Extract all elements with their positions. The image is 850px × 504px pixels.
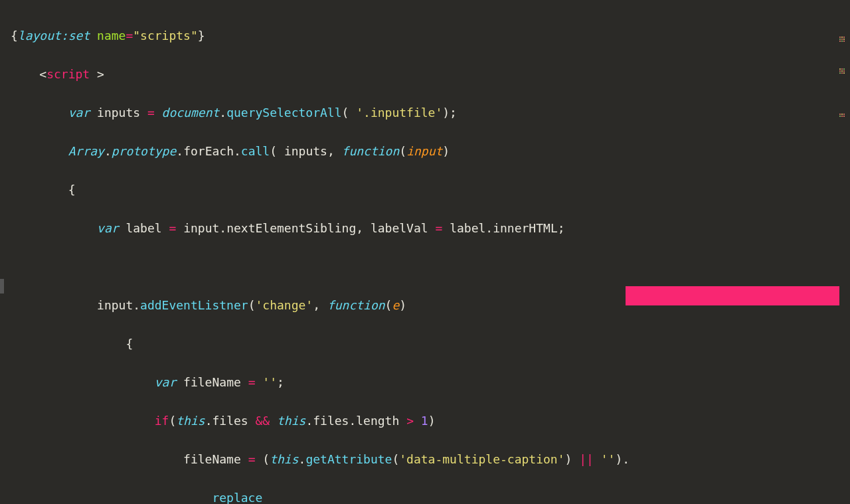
code-line[interactable]: Array.prototype.forEach.call( inputs, fu…: [11, 141, 850, 161]
code-line[interactable]: {: [11, 334, 850, 353]
code-line[interactable]: [11, 257, 850, 276]
code-line[interactable]: var inputs = document.querySelectorAll( …: [11, 103, 850, 122]
code-line[interactable]: replace: [11, 488, 850, 504]
code-line[interactable]: if(this.files && this.files.length > 1): [11, 411, 850, 430]
code-line[interactable]: var label = input.nextElementSibling, la…: [11, 218, 850, 238]
code-line[interactable]: {layout:set name="scripts"}: [11, 26, 850, 45]
code-editor[interactable]: {layout:set name="scripts"} <script > va…: [0, 0, 850, 504]
code-line[interactable]: {: [11, 180, 850, 199]
code-line[interactable]: input.addEventListner('change', function…: [11, 295, 850, 315]
minimap[interactable]: [839, 37, 849, 143]
code-line[interactable]: var fileName = '';: [11, 373, 850, 392]
code-line[interactable]: <script >: [11, 64, 850, 84]
code-line[interactable]: fileName = (this.getAttribute('data-mult…: [11, 450, 850, 469]
